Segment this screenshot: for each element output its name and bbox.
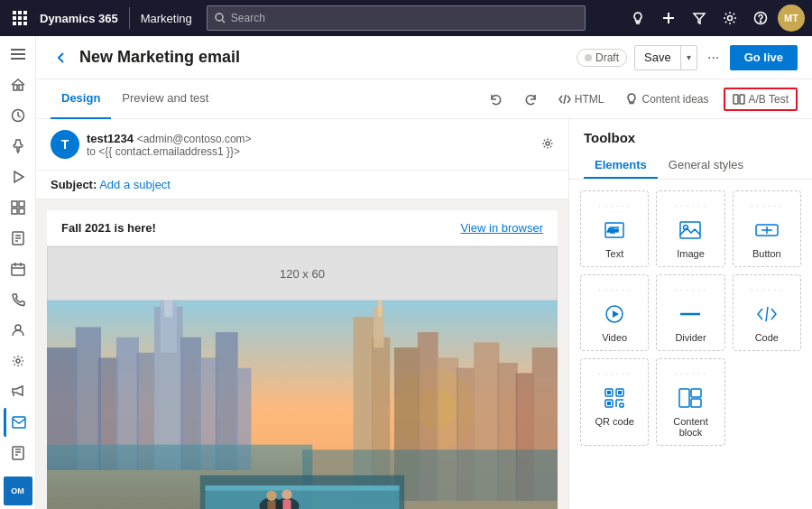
- help-icon[interactable]: [747, 5, 774, 32]
- svg-rect-103: [618, 391, 622, 394]
- svg-rect-3: [13, 16, 16, 20]
- content-ideas-button[interactable]: Content ideas: [618, 89, 715, 109]
- tool-image[interactable]: · · · · · · Image: [656, 190, 724, 267]
- sidebar-item-mail[interactable]: [4, 408, 32, 437]
- tool-video[interactable]: · · · · · · Video: [580, 274, 649, 351]
- sidebar-item-gear[interactable]: [4, 347, 32, 375]
- toolbox-tab-elements[interactable]: Elements: [584, 153, 658, 179]
- sidebar-item-pages[interactable]: [4, 439, 32, 467]
- go-live-button[interactable]: Go live: [730, 45, 798, 70]
- svg-point-18: [761, 22, 761, 23]
- redo-button[interactable]: [517, 89, 544, 109]
- svg-point-9: [216, 14, 223, 21]
- toolbox-panel: Toolbox Elements General styles · · · · …: [568, 119, 812, 509]
- qrcode-tool-label: QR code: [595, 416, 633, 427]
- svg-point-16: [728, 16, 733, 21]
- svg-rect-70: [378, 301, 383, 317]
- search-bar[interactable]: Search: [207, 5, 586, 31]
- tool-qrcode[interactable]: · · · · · ·: [580, 358, 649, 446]
- svg-rect-4: [18, 16, 22, 20]
- svg-rect-26: [12, 201, 17, 207]
- subject-line: Subject: Add a subject: [36, 171, 568, 199]
- save-button[interactable]: Save: [635, 46, 680, 69]
- tool-content-block[interactable]: · · · · · · Content block: [656, 358, 724, 446]
- sidebar-item-calendar[interactable]: [4, 255, 32, 283]
- filter-icon[interactable]: [686, 5, 713, 32]
- add-subject-link[interactable]: Add a subject: [99, 178, 171, 191]
- email-content-block: Fall 2021 is here! View in browser 120 x…: [47, 210, 558, 509]
- svg-rect-61: [164, 301, 172, 317]
- placeholder-size-label: 120 x 60: [280, 267, 325, 281]
- sidebar-item-segments[interactable]: [4, 193, 32, 222]
- view-browser-link[interactable]: View in browser: [460, 221, 543, 235]
- svg-rect-19: [11, 49, 25, 51]
- content-block-tool-label: Content block: [664, 416, 716, 438]
- tool-drag-dots: · · · · · ·: [675, 286, 706, 294]
- plus-icon[interactable]: [655, 5, 682, 32]
- tab-preview[interactable]: Preview and test: [111, 79, 219, 119]
- tool-drag-dots: · · · · · ·: [598, 286, 630, 294]
- search-placeholder: Search: [231, 12, 265, 24]
- tab-design[interactable]: Design: [51, 79, 111, 119]
- settings-icon[interactable]: [716, 5, 743, 32]
- ab-test-button[interactable]: A/B Test: [724, 88, 798, 111]
- sidebar-item-pin[interactable]: [4, 132, 32, 161]
- email-header: T test1234 <admin@contoso.com> to <{{ co…: [36, 119, 568, 171]
- sidebar-item-megaphone[interactable]: [4, 377, 32, 406]
- toolbox-tab-styles[interactable]: General styles: [658, 153, 754, 179]
- button-tool-label: Button: [752, 248, 781, 259]
- ab-test-label: A/B Test: [749, 93, 789, 106]
- header-actions: Save ▾ ··· Go live: [634, 45, 798, 70]
- svg-rect-14: [663, 17, 674, 19]
- sidebar-item-home[interactable]: [4, 70, 32, 99]
- undo-button[interactable]: [483, 89, 510, 109]
- tool-drag-dots: · · · · · ·: [598, 370, 630, 378]
- sidebar-item-play[interactable]: [4, 162, 32, 191]
- sidebar-item-contact[interactable]: [4, 316, 32, 345]
- svg-rect-7: [18, 22, 22, 25]
- svg-rect-48: [734, 95, 738, 104]
- grid-menu-icon[interactable]: [7, 5, 32, 31]
- back-button[interactable]: [51, 47, 72, 69]
- image-tool-label: Image: [677, 248, 705, 259]
- svg-rect-101: [607, 391, 611, 394]
- email-settings-button[interactable]: [541, 137, 554, 153]
- svg-rect-91: [680, 222, 700, 238]
- email-edit-area: T test1234 <admin@contoso.com> to <{{ co…: [36, 119, 812, 509]
- subject-label: Subject:: [51, 178, 97, 191]
- more-options-button[interactable]: ···: [701, 45, 726, 70]
- divider-tool-label: Divider: [675, 332, 706, 343]
- svg-rect-42: [13, 447, 23, 459]
- svg-rect-27: [19, 201, 24, 207]
- sidebar-item-menu[interactable]: [4, 40, 32, 69]
- toolbox-title: Toolbox: [584, 130, 798, 145]
- svg-rect-2: [23, 11, 27, 14]
- html-label: HTML: [575, 93, 604, 106]
- tool-divider[interactable]: · · · · · · Divider: [656, 274, 724, 351]
- email-banner: Fall 2021 is here! View in browser: [47, 210, 558, 246]
- user-avatar[interactable]: MT: [778, 5, 805, 32]
- svg-point-39: [16, 359, 20, 363]
- html-button[interactable]: HTML: [551, 89, 612, 109]
- svg-rect-6: [13, 22, 16, 25]
- tool-text[interactable]: · · · · · · Abc Text: [580, 190, 649, 267]
- save-dropdown-icon[interactable]: ▾: [681, 46, 697, 69]
- tool-drag-dots: · · · · · ·: [598, 202, 630, 210]
- svg-marker-25: [14, 171, 23, 182]
- sidebar-item-phone[interactable]: [4, 285, 32, 314]
- tabs-bar: Design Preview and test: [36, 79, 812, 119]
- lightbulb-icon[interactable]: [624, 5, 651, 32]
- page-header: New Marketing email Draft Save ▾ ··· Go …: [36, 36, 812, 79]
- image-icon: [679, 217, 701, 243]
- sender-name: test1234: [87, 132, 134, 145]
- tool-button[interactable]: · · · · · · Button: [733, 190, 801, 267]
- sidebar-item-recent[interactable]: [4, 101, 32, 130]
- svg-rect-0: [13, 11, 16, 14]
- svg-rect-8: [23, 22, 27, 25]
- sidebar-item-forms[interactable]: [4, 224, 32, 253]
- draft-label: Draft: [595, 51, 619, 64]
- sidebar-item-om[interactable]: OM: [4, 477, 32, 505]
- tool-code[interactable]: · · · · · · Code: [733, 274, 801, 351]
- svg-rect-86: [268, 501, 276, 509]
- page-title: New Marketing email: [79, 48, 569, 67]
